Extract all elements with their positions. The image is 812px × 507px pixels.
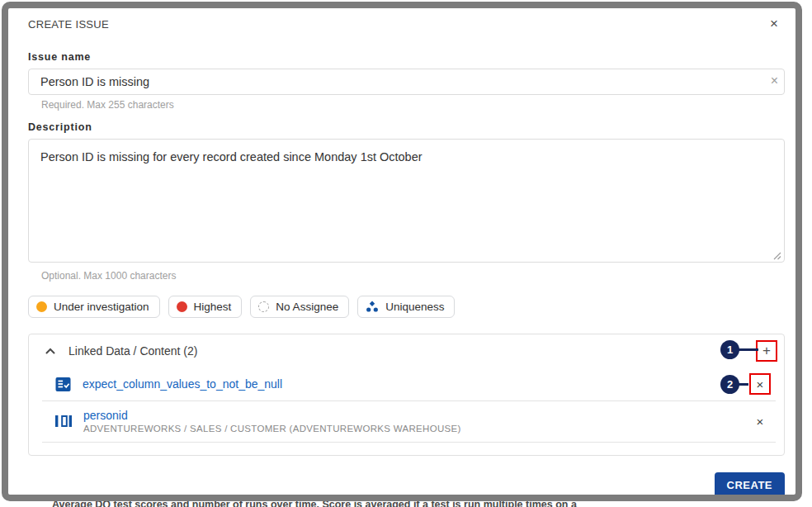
linked-section-title: Linked Data / Content (2) — [68, 344, 197, 358]
annotation-connector-2 — [739, 383, 748, 386]
chip-status-under-investigation[interactable]: Under investigation — [28, 296, 160, 318]
resize-handle-icon[interactable] — [773, 252, 781, 260]
column-icon — [55, 415, 72, 428]
linked-data-panel: Linked Data / Content (2) + expect_colum… — [28, 334, 785, 456]
chip-label: Under investigation — [54, 301, 149, 313]
close-icon[interactable]: × — [763, 18, 785, 30]
linked-column-path: ADVENTUREWORKS / SALES / CUSTOMER (ADVEN… — [83, 424, 461, 434]
chip-priority-highest[interactable]: Highest — [168, 296, 243, 318]
description-label: Description — [28, 121, 785, 133]
chip-dimension-uniqueness[interactable]: Uniqueness — [357, 296, 455, 318]
remove-linked-test-icon[interactable]: × — [751, 375, 769, 393]
chevron-up-icon[interactable] — [42, 344, 59, 358]
dialog-title: CREATE ISSUE — [20, 18, 109, 31]
fact-check-icon — [55, 377, 71, 392]
chip-no-assignee[interactable]: No Assignee — [250, 296, 349, 318]
priority-dot-icon — [177, 301, 187, 312]
issue-name-input[interactable] — [28, 69, 785, 95]
create-button[interactable]: CREATE — [715, 472, 785, 495]
dashed-circle-icon — [258, 301, 269, 312]
uniqueness-icon — [366, 301, 379, 313]
linked-item-row: expect_column_values_to_not_be_null × — [29, 367, 784, 400]
add-linked-item-button[interactable]: + — [758, 342, 776, 360]
linked-item-row: personid ADVENTUREWORKS / SALES / CUSTOM… — [29, 401, 784, 442]
linked-test-link[interactable]: expect_column_values_to_not_be_null — [83, 377, 282, 391]
create-issue-dialog: CREATE ISSUE × Issue name × Required. Ma… — [2, 2, 802, 501]
status-dot-icon — [36, 301, 47, 312]
clear-input-icon[interactable]: × — [771, 73, 778, 88]
issue-name-label: Issue name — [28, 51, 785, 63]
remove-linked-column-icon[interactable]: × — [751, 412, 769, 430]
description-textarea[interactable]: Person ID is missing for every record cr… — [28, 139, 785, 263]
chip-label: Highest — [194, 301, 232, 313]
issue-name-helper: Required. Max 255 characters — [41, 99, 785, 111]
attribute-chips: Under investigation Highest No Assignee — [28, 296, 785, 318]
linked-column-link[interactable]: personid — [83, 409, 461, 422]
annotation-marker-1: 1 — [720, 340, 739, 359]
chip-label: Uniqueness — [385, 301, 444, 313]
annotation-marker-2: 2 — [720, 375, 739, 394]
annotation-connector-1 — [739, 348, 758, 351]
description-helper: Optional. Max 1000 characters — [41, 270, 785, 282]
chip-label: No Assignee — [276, 301, 338, 313]
